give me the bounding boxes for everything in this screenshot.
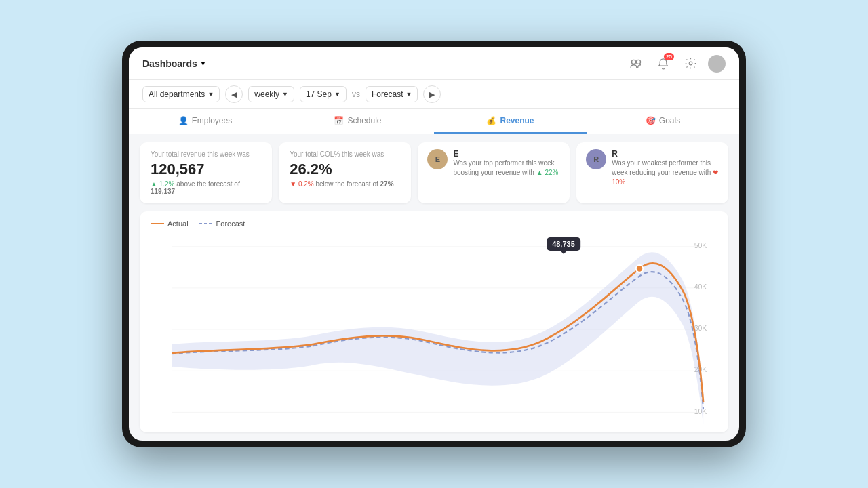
notification-badge: 25 [664,53,674,60]
top-performer-change: ▲ 22% [536,169,559,176]
goals-icon: 🎯 [646,116,656,125]
page-title: Dashboards [142,58,197,69]
chart-area: Actual Forecast 48,735 [140,211,728,432]
revenue-change-pct: 1.2% [159,180,175,188]
actual-line-sample [151,223,164,224]
forecast-line-sample [199,220,213,227]
svg-text:30K: 30K [694,324,707,332]
col-metric-sub: ▼ 0.2% below the forecast of 27% [290,180,400,188]
revenue-forecast-value: 119,137 [151,188,175,195]
revenue-icon: 💰 [486,116,496,125]
date-chevron-icon: ▼ [334,91,340,98]
user-avatar[interactable] [708,55,726,73]
header-left: Dashboards ▼ [142,58,206,69]
svg-point-1 [636,60,640,64]
svg-text:50K: 50K [694,241,707,249]
metrics-row: Your total revenue this week was 120,567… [129,134,739,211]
top-performer-avatar: E [427,149,448,169]
team-icon-button[interactable] [627,54,646,73]
tab-goals[interactable]: 🎯 Goals [587,109,739,134]
col-down-icon: ▼ [290,180,298,188]
tab-schedule[interactable]: 📅 Schedule [281,109,434,134]
top-performer-info: E Was your top performer this week boost… [453,149,560,178]
next-week-button[interactable]: ▶ [423,85,441,103]
period-chevron-icon: ▼ [282,91,288,98]
top-performer-name: E [453,149,560,159]
prev-week-button[interactable]: ◀ [225,85,243,103]
weak-performer-name: R [612,149,719,159]
tab-goals-label: Goals [659,116,680,125]
tooltip-arrow [560,251,567,254]
revenue-metric-label: Your total revenue this week was [151,150,261,158]
svg-point-16 [636,265,643,272]
compare-select[interactable]: Forecast ▼ [366,86,418,102]
employees-icon: 👤 [178,116,189,125]
legend-actual-label: Actual [167,220,189,228]
screen: Dashboards ▼ 25 [129,47,739,441]
schedule-icon: 📅 [334,116,344,125]
tab-revenue-label: Revenue [500,116,534,125]
svg-point-2 [689,62,692,65]
tab-employees-label: Employees [192,116,232,125]
weak-performer-card: R R Was your weakest performer this week… [576,142,728,203]
period-select[interactable]: weekly ▼ [248,86,294,102]
col-metric-card: Your total COL% this week was 26.2% ▼ 0.… [279,142,411,203]
tab-employees[interactable]: 👤 Employees [129,109,281,134]
weak-performer-avatar: R [586,149,606,169]
settings-button[interactable] [681,54,700,73]
header-right: 25 [627,54,726,73]
device-frame: Dashboards ▼ 25 [122,41,746,447]
weak-performer-desc: Was your weakest performer this week red… [612,159,719,187]
tab-revenue[interactable]: 💰 Revenue [434,109,587,134]
dashboards-chevron-icon: ▼ [200,60,206,67]
svg-text:10K: 10K [694,407,707,415]
date-select[interactable]: 17 Sep ▼ [300,86,347,102]
weak-performer-info: R Was your weakest performer this week r… [612,149,719,187]
toolbar: All departments ▼ ◀ weekly ▼ 17 Sep ▼ vs… [129,80,739,109]
col-forecast-value: 27% [380,180,394,188]
legend-forecast-label: Forecast [216,220,245,228]
revenue-forecast-label: above the forecast of [176,180,239,188]
col-metric-label: Your total COL% this week was [290,150,400,158]
department-chevron-icon: ▼ [208,91,214,98]
revenue-metric-card: Your total revenue this week was 120,567… [140,142,272,203]
notification-button[interactable]: 25 [654,54,673,73]
tab-bar: 👤 Employees 📅 Schedule 💰 Revenue 🎯 Goals [129,109,739,134]
revenue-metric-value: 120,567 [151,161,261,178]
top-performer-desc: Was your top performer this week boostin… [453,159,560,178]
revenue-chart: 50K 40K 30K 20K 10K 0 [151,233,717,432]
legend-forecast: Forecast [199,220,245,228]
top-performer-card: E E Was your top performer this week boo… [418,142,570,203]
chart-legend: Actual Forecast [151,220,717,228]
col-change-pct: 0.2% [298,180,314,188]
col-metric-value: 26.2% [290,161,400,178]
tab-schedule-label: Schedule [347,116,381,125]
svg-text:40K: 40K [694,283,707,291]
chart-tooltip: 48,735 [547,237,580,251]
department-select[interactable]: All departments ▼ [142,86,220,102]
header: Dashboards ▼ 25 [129,47,739,80]
legend-actual: Actual [151,220,189,228]
svg-point-0 [631,60,635,64]
revenue-metric-sub: ▲ 1.2% above the forecast of 119,137 [151,180,261,195]
vs-label: vs [352,89,360,99]
revenue-up-icon: ▲ [151,180,159,188]
compare-chevron-icon: ▼ [406,91,412,98]
col-forecast-label: below the forecast of [315,180,380,188]
